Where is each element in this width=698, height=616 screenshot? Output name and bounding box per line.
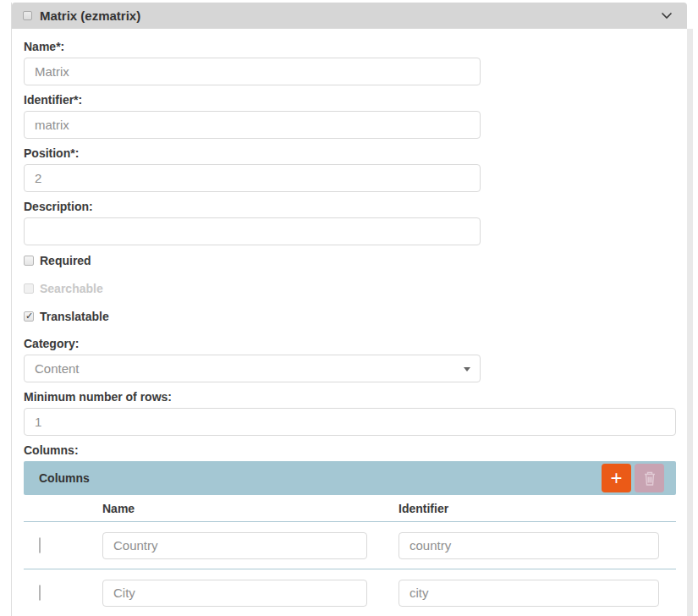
min-rows-field-group: Minimum number of rows:	[24, 390, 687, 436]
category-select[interactable]: Content	[24, 355, 481, 382]
columns-table-title: Columns	[39, 471, 90, 485]
column-name-input[interactable]	[102, 532, 367, 559]
panel-header[interactable]: Matrix (ezmatrix)	[12, 3, 687, 29]
identifier-column-header: Identifier	[398, 502, 676, 515]
add-column-button[interactable]: +	[602, 464, 631, 492]
position-field-group: Position*:	[24, 146, 687, 192]
required-label: Required	[40, 254, 91, 267]
row-select-checkbox[interactable]	[39, 537, 41, 553]
column-name-input[interactable]	[102, 580, 367, 607]
required-check-group: Required	[24, 253, 687, 267]
collapse-button[interactable]	[659, 10, 674, 21]
scrollbar-track[interactable]	[687, 29, 693, 616]
identifier-label: Identifier*:	[24, 93, 687, 107]
panel-body: Name*: Identifier*: Position*: Descripti…	[12, 29, 687, 616]
columns-section: Columns: Columns +	[24, 443, 687, 616]
position-label: Position*:	[24, 146, 687, 161]
name-column-header: Name	[101, 502, 398, 515]
identifier-input[interactable]	[24, 111, 481, 139]
columns-label: Columns:	[24, 443, 687, 458]
column-identifier-input[interactable]	[398, 580, 659, 607]
translatable-label: Translatable	[40, 310, 109, 323]
required-checkbox[interactable]	[24, 256, 34, 266]
row-select-checkbox[interactable]	[39, 585, 41, 601]
column-identifier-input[interactable]	[398, 532, 659, 559]
position-input[interactable]	[24, 164, 481, 192]
category-label: Category:	[24, 337, 687, 351]
columns-table-header: Columns +	[24, 461, 676, 495]
table-row	[24, 521, 676, 569]
select-field-checkbox[interactable]	[23, 11, 32, 20]
category-field-group: Category: Content	[24, 337, 687, 382]
searchable-check-group: Searchable	[24, 281, 687, 295]
fieldtype-panel: Matrix (ezmatrix) Name*: Identifier*: Po…	[11, 3, 687, 616]
description-label: Description:	[24, 200, 687, 214]
translatable-check-group: Translatable	[24, 309, 687, 323]
table-row	[24, 569, 676, 616]
columns-table-colheaders: Name Identifier	[24, 495, 676, 521]
identifier-field-group: Identifier*:	[24, 93, 687, 139]
description-input[interactable]	[24, 217, 481, 245]
name-field-group: Name*:	[24, 40, 687, 85]
select-arrow-icon	[464, 367, 470, 371]
category-selected-value: Content	[35, 361, 80, 376]
panel-title: Matrix (ezmatrix)	[40, 8, 140, 23]
columns-table: Columns +	[24, 461, 676, 616]
min-rows-label: Minimum number of rows:	[24, 390, 687, 404]
min-rows-input[interactable]	[24, 408, 676, 436]
name-label: Name*:	[24, 40, 687, 54]
description-field-group: Description:	[24, 200, 687, 245]
plus-icon: +	[610, 468, 622, 488]
searchable-checkbox	[24, 283, 34, 294]
translatable-checkbox[interactable]	[24, 311, 34, 322]
searchable-label: Searchable	[40, 282, 103, 295]
chevron-down-icon	[661, 12, 673, 19]
trash-icon	[643, 470, 657, 486]
name-input[interactable]	[24, 58, 481, 85]
delete-column-button	[635, 464, 664, 492]
